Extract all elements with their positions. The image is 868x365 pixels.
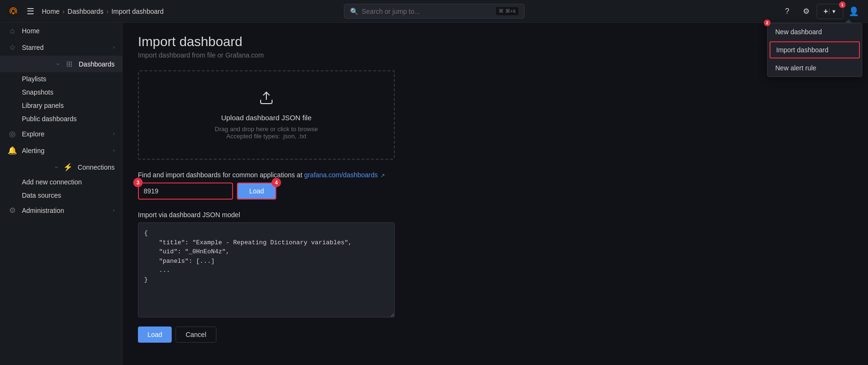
import-desc: Find and import dashboards for common ap… bbox=[138, 171, 395, 179]
dropdown-import-dashboard[interactable]: Import dashboard bbox=[770, 41, 860, 58]
home-icon: ⌂ bbox=[8, 27, 17, 35]
dropdown-new-alert-rule[interactable]: New alert rule bbox=[768, 59, 862, 77]
connections-subitems: Add new connection Data sources bbox=[0, 175, 122, 202]
svg-point-0 bbox=[7, 5, 20, 18]
breadcrumb-sep1: › bbox=[62, 8, 65, 15]
sidebar-admin-label: Administration bbox=[22, 207, 64, 214]
connections-expand-chevron: › bbox=[53, 166, 60, 168]
dropdown-new-dashboard[interactable]: New dashboard bbox=[768, 23, 862, 40]
main-content: Import dashboard Import dashboard from f… bbox=[123, 23, 868, 365]
sidebar-alerting-label: Alerting bbox=[22, 147, 44, 154]
sidebar-subitem-snapshots[interactable]: Snapshots bbox=[22, 86, 122, 99]
bottom-buttons: Load Cancel bbox=[138, 327, 853, 343]
sidebar-item-dashboards[interactable]: › ⊞ Dashboards bbox=[0, 56, 122, 72]
svg-point-1 bbox=[12, 12, 14, 14]
new-button-badge: 1 bbox=[839, 1, 846, 8]
json-section: Import via dashboard JSON model { "title… bbox=[138, 211, 395, 319]
step3-badge: 3 bbox=[133, 178, 143, 187]
topnav-right: ? ⚙ + ▼ 1 👤 bbox=[779, 3, 862, 20]
import-input-row: 3 Load 4 bbox=[138, 182, 395, 200]
breadcrumb-home[interactable]: Home bbox=[42, 8, 59, 15]
hamburger-button[interactable]: ☰ bbox=[25, 4, 36, 19]
sidebar-item-explore[interactable]: ◎ Explore › bbox=[0, 125, 122, 142]
admin-icon: ⚙ bbox=[8, 206, 17, 215]
new-button[interactable]: + ▼ 1 bbox=[817, 4, 843, 19]
grafana-logo bbox=[6, 4, 21, 19]
load-button-bottom[interactable]: Load bbox=[138, 327, 172, 343]
import-id-input[interactable] bbox=[138, 182, 233, 200]
sidebar-connections-label: Connections bbox=[78, 163, 115, 171]
json-textarea[interactable]: { "title": "Example - Repeating Dictiona… bbox=[138, 222, 395, 317]
topnav-center: 🔍 Search or jump to... ⌘⌘+k⌘+k bbox=[344, 4, 525, 19]
topnav: ☰ Home › Dashboards › Import dashboard 🔍… bbox=[0, 0, 868, 23]
breadcrumb-sep2: › bbox=[107, 8, 109, 15]
explore-icon: ◎ bbox=[8, 129, 17, 138]
sidebar-explore-label: Explore bbox=[22, 130, 44, 138]
page-title: Import dashboard bbox=[138, 34, 853, 49]
search-icon: 🔍 bbox=[350, 8, 358, 15]
step4-badge: 4 bbox=[272, 178, 281, 187]
upload-hint2: Accepted file types: .json, .txt bbox=[148, 133, 384, 140]
sidebar-starred-label: Starred bbox=[22, 44, 44, 51]
search-shortcut: ⌘⌘+k⌘+k bbox=[496, 7, 518, 15]
admin-chevron: › bbox=[113, 208, 115, 213]
json-label: Import via dashboard JSON model bbox=[138, 211, 395, 219]
page-subtitle: Import dashboard from file or Grafana.co… bbox=[138, 51, 853, 59]
breadcrumb: Home › Dashboards › Import dashboard bbox=[42, 8, 164, 15]
sidebar-item-alerting[interactable]: 🔔 Alerting › bbox=[0, 142, 122, 159]
sidebar-subitem-playlists[interactable]: Playlists bbox=[22, 72, 122, 86]
sidebar-subitem-data-sources[interactable]: Data sources bbox=[22, 189, 122, 202]
star-icon: ☆ bbox=[8, 43, 17, 52]
dropdown-menu: 2 New dashboard Import dashboard New ale… bbox=[767, 23, 862, 77]
grafana-link[interactable]: grafana.com/dashboards bbox=[304, 171, 378, 179]
input-wrapper: 3 bbox=[138, 182, 233, 200]
upload-hint1: Drag and drop here or click to browse bbox=[148, 125, 384, 133]
upload-icon bbox=[148, 90, 384, 109]
sidebar-item-home[interactable]: ⌂ Home bbox=[0, 23, 122, 39]
sidebar-home-label: Home bbox=[22, 27, 39, 35]
sidebar-item-connections[interactable]: › ⚡ Connections bbox=[0, 159, 122, 175]
breadcrumb-dashboards[interactable]: Dashboards bbox=[68, 8, 104, 15]
layout: ⌂ Home ☆ Starred › › ⊞ Dashboards Playli… bbox=[0, 23, 868, 365]
upload-zone[interactable]: Upload dashboard JSON file Drag and drop… bbox=[138, 70, 395, 160]
alerting-chevron: › bbox=[113, 148, 115, 153]
alerting-icon: 🔔 bbox=[8, 146, 17, 155]
starred-chevron: › bbox=[113, 45, 115, 50]
cancel-button[interactable]: Cancel bbox=[176, 327, 216, 343]
dashboards-expand-chevron: › bbox=[55, 63, 61, 65]
external-link-icon: ↗ bbox=[380, 173, 385, 178]
sidebar-subitem-library-panels[interactable]: Library panels bbox=[22, 99, 122, 112]
connections-icon: ⚡ bbox=[63, 163, 73, 172]
sidebar-dashboards-label: Dashboards bbox=[79, 60, 115, 68]
search-placeholder: Search or jump to... bbox=[362, 8, 492, 15]
import-id-row: Find and import dashboards for common ap… bbox=[138, 171, 395, 200]
breadcrumb-current: Import dashboard bbox=[111, 8, 164, 15]
sidebar-subitem-public-dashboards[interactable]: Public dashboards bbox=[22, 112, 122, 125]
user-avatar[interactable]: 👤 bbox=[845, 3, 862, 20]
settings-button[interactable]: ⚙ bbox=[798, 3, 815, 20]
help-button[interactable]: ? bbox=[779, 3, 796, 20]
sidebar-item-administration[interactable]: ⚙ Administration › bbox=[0, 202, 122, 219]
sidebar-subitem-add-connection[interactable]: Add new connection bbox=[22, 175, 122, 189]
dashboards-subitems: Playlists Snapshots Library panels Publi… bbox=[0, 72, 122, 125]
sidebar-item-starred[interactable]: ☆ Starred › bbox=[0, 39, 122, 56]
explore-chevron: › bbox=[113, 131, 115, 136]
load-btn-wrapper: Load 4 bbox=[237, 182, 276, 200]
sidebar: ⌂ Home ☆ Starred › › ⊞ Dashboards Playli… bbox=[0, 23, 123, 365]
load-button-main[interactable]: Load bbox=[237, 182, 276, 200]
search-bar[interactable]: 🔍 Search or jump to... ⌘⌘+k⌘+k bbox=[344, 4, 525, 19]
dashboards-icon: ⊞ bbox=[65, 59, 74, 68]
dropdown-badge: 2 bbox=[764, 19, 770, 26]
upload-title: Upload dashboard JSON file bbox=[148, 114, 384, 122]
